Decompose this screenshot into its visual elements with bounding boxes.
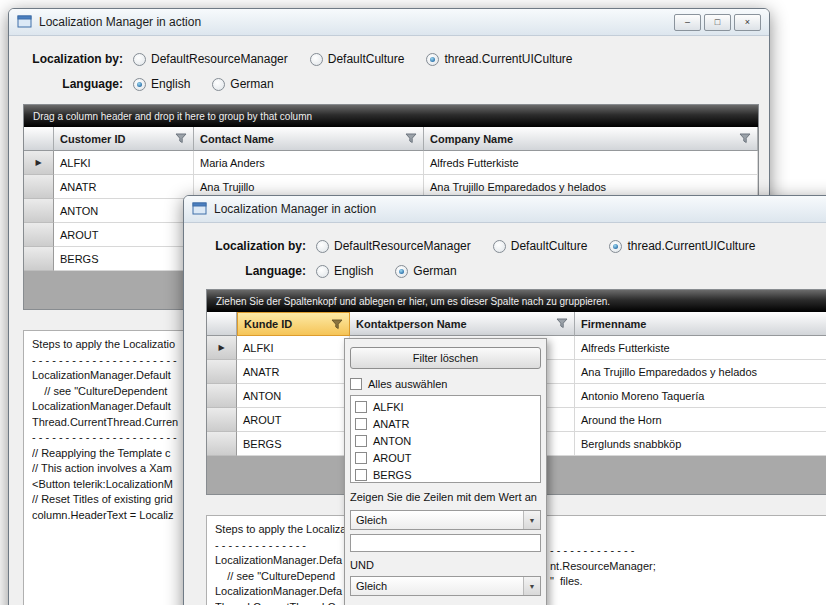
radio-default-resource-manager[interactable]: DefaultResourceManager	[316, 239, 471, 253]
column-header-label: Kunde ID	[244, 318, 292, 330]
cell-kunde-id[interactable]: BERGS	[237, 432, 350, 456]
cell-customer-id[interactable]: ANTON	[54, 199, 194, 223]
radio-icon[interactable]	[426, 53, 439, 66]
table-row[interactable]: ▶ ALFKI Maria Anders Alfreds Futterkiste	[24, 151, 758, 175]
row-indicator[interactable]	[24, 175, 54, 199]
localization-by-row: Localization by: DefaultResourceManager …	[214, 239, 778, 253]
list-item[interactable]: ALFKI	[355, 399, 536, 415]
cell-kunde-id[interactable]: ALFKI	[237, 336, 350, 360]
cell-customer-id[interactable]: ALFKI	[54, 151, 194, 175]
radio-icon[interactable]	[316, 265, 329, 278]
row-indicator[interactable]	[207, 432, 237, 456]
select-all-checkbox[interactable]	[350, 378, 362, 390]
group-panel[interactable]: Ziehen Sie der Spaltenkopf und ablegen e…	[207, 290, 826, 312]
radio-default-resource-manager[interactable]: DefaultResourceManager	[133, 52, 288, 66]
column-header-label: Contact Name	[200, 133, 274, 145]
list-item[interactable]: BERGS	[355, 467, 536, 483]
row-indicator[interactable]: ▶	[207, 336, 237, 360]
column-header-customer-id[interactable]: Customer ID	[54, 127, 194, 151]
item-checkbox[interactable]	[355, 418, 367, 430]
radio-label: English	[151, 77, 190, 91]
cell-firmenname[interactable]: Antonio Moreno Taquería	[575, 384, 826, 408]
cell-contact-name[interactable]: Maria Anders	[194, 151, 424, 175]
radio-icon[interactable]	[395, 265, 408, 278]
radio-icon[interactable]	[212, 78, 225, 91]
list-item[interactable]: ANTON	[355, 433, 536, 449]
show-rows-label: Zeigen Sie die Zeilen mit dem Wert an	[350, 490, 541, 505]
item-checkbox[interactable]	[355, 469, 367, 481]
titlebar[interactable]: Localization Manager in action – □ ×	[9, 9, 769, 36]
column-header-firmenname[interactable]: Firmenname	[575, 312, 826, 336]
cell-firmenname[interactable]: Ana Trujillo Emparedados y helados	[575, 360, 826, 384]
row-indicator[interactable]	[207, 384, 237, 408]
radio-icon[interactable]	[133, 53, 146, 66]
clear-filter-button[interactable]: Filter löschen	[350, 347, 541, 369]
radio-icon[interactable]	[133, 78, 146, 91]
radio-default-culture[interactable]: DefaultCulture	[310, 52, 405, 66]
filter-operator-2-dropdown[interactable]: Gleich ▼	[350, 576, 541, 596]
row-indicator[interactable]	[24, 247, 54, 271]
row-indicator[interactable]	[207, 360, 237, 384]
list-item[interactable]: ANATR	[355, 416, 536, 432]
list-item[interactable]: AROUT	[355, 450, 536, 466]
radio-icon[interactable]	[609, 240, 622, 253]
radio-thread-current-ui-culture[interactable]: thread.CurrentUICulture	[609, 239, 755, 253]
filter-funnel-icon[interactable]	[331, 319, 343, 330]
row-indicator[interactable]	[24, 223, 54, 247]
row-indicator[interactable]	[207, 408, 237, 432]
item-checkbox[interactable]	[355, 401, 367, 413]
select-all-option[interactable]: Alles auswählen	[350, 376, 541, 392]
radio-label: German	[413, 264, 456, 278]
filter-popup: Filter löschen Alles auswählen ALFKI ANA…	[344, 338, 547, 605]
column-header-contact-name[interactable]: Contact Name	[194, 127, 424, 151]
radio-thread-current-ui-culture[interactable]: thread.CurrentUICulture	[426, 52, 572, 66]
radio-icon[interactable]	[493, 240, 506, 253]
filter-operator-1-dropdown[interactable]: Gleich ▼	[350, 510, 541, 530]
item-checkbox[interactable]	[355, 452, 367, 464]
current-row-arrow-icon: ▶	[35, 158, 41, 167]
titlebar[interactable]: Localization Manager in action	[184, 196, 826, 223]
cell-customer-id[interactable]: BERGS	[54, 247, 194, 271]
radio-english[interactable]: English	[133, 77, 190, 91]
cell-customer-id[interactable]: ANATR	[54, 175, 194, 199]
cell-kunde-id[interactable]: AROUT	[237, 408, 350, 432]
cell-customer-id[interactable]: AROUT	[54, 223, 194, 247]
distinct-values-list[interactable]: ALFKI ANATR ANTON AROUT	[350, 395, 541, 483]
language-label: Language:	[31, 77, 123, 91]
cell-firmenname[interactable]: Around the Horn	[575, 408, 826, 432]
minimize-button[interactable]: –	[674, 14, 701, 31]
chevron-down-icon[interactable]: ▼	[523, 577, 540, 595]
radio-icon[interactable]	[310, 53, 323, 66]
group-panel[interactable]: Drag a column header and drop it here to…	[24, 105, 758, 127]
filter-funnel-icon[interactable]	[556, 318, 568, 329]
radio-label: English	[334, 264, 373, 278]
radio-english[interactable]: English	[316, 264, 373, 278]
column-header-kontaktperson-name[interactable]: Kontaktperson Name	[350, 312, 575, 336]
column-header-kunde-id[interactable]: Kunde ID	[237, 312, 350, 336]
row-indicator[interactable]	[24, 199, 54, 223]
chevron-down-icon[interactable]: ▼	[523, 511, 540, 529]
localization-by-label: Localization by:	[214, 239, 306, 253]
filter-funnel-icon[interactable]	[405, 133, 417, 144]
window-title: Localization Manager in action	[214, 202, 376, 216]
cell-firmenname[interactable]: Alfreds Futterkiste	[575, 336, 826, 360]
filter-value-input[interactable]	[350, 534, 541, 552]
cell-firmenname[interactable]: Berglunds snabbköp	[575, 432, 826, 456]
filter-funnel-icon[interactable]	[739, 133, 751, 144]
maximize-button[interactable]: □	[704, 14, 731, 31]
radio-german[interactable]: German	[212, 77, 273, 91]
cell-kunde-id[interactable]: ANATR	[237, 360, 350, 384]
steps-line-fragment: - - - - - - - - - - - - -	[550, 543, 634, 559]
filter-funnel-icon[interactable]	[175, 133, 187, 144]
item-label: ANATR	[373, 418, 409, 430]
row-indicator[interactable]: ▶	[24, 151, 54, 175]
cell-kunde-id[interactable]: ANTON	[237, 384, 350, 408]
item-checkbox[interactable]	[355, 435, 367, 447]
radio-icon[interactable]	[316, 240, 329, 253]
radio-default-culture[interactable]: DefaultCulture	[493, 239, 588, 253]
radio-german[interactable]: German	[395, 264, 456, 278]
cell-company-name[interactable]: Alfreds Futterkiste	[424, 151, 758, 175]
close-button[interactable]: ×	[734, 14, 761, 31]
steps-line-fragment: nt.ResourceManager;	[550, 559, 656, 575]
column-header-company-name[interactable]: Company Name	[424, 127, 758, 151]
